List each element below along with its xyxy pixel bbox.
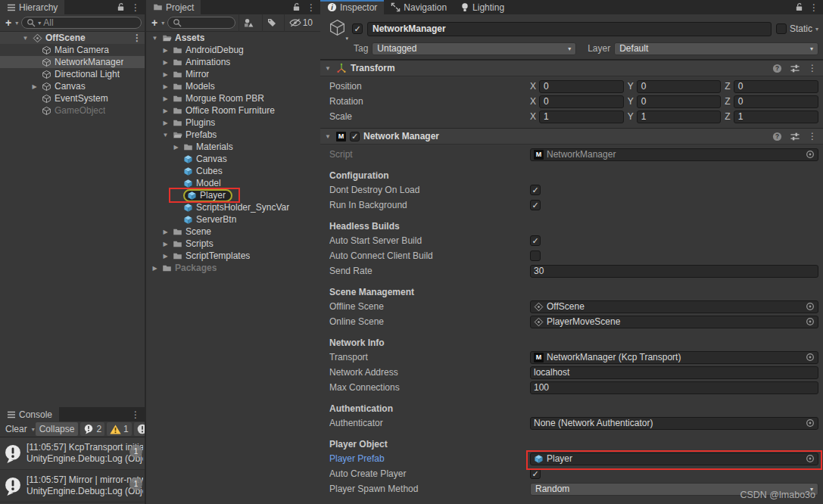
hierarchy-scene-row[interactable]: ▼OffScene⋮ bbox=[0, 32, 145, 44]
project-item-models[interactable]: ▶Models bbox=[146, 80, 320, 92]
project-add-button[interactable]: + bbox=[149, 17, 158, 29]
hierarchy-item-canvas[interactable]: ▶Canvas bbox=[0, 80, 145, 92]
project-item-office-room-furniture[interactable]: ▶Office Room Furniture bbox=[146, 104, 320, 117]
checkbox-run-in-background[interactable]: ✓ bbox=[530, 200, 541, 210]
help-icon[interactable]: ? bbox=[772, 132, 782, 142]
project-item-scriptsholder_syncvar[interactable]: ScriptsHolder_SyncVar bbox=[146, 201, 320, 213]
checkbox-auto-start-server-build[interactable]: ✓ bbox=[530, 235, 541, 246]
checkbox-dont-destroy-on-load[interactable]: ✓ bbox=[530, 185, 541, 195]
vector-field-x[interactable]: 0 bbox=[539, 95, 624, 108]
project-item-scripts[interactable]: ▶Scripts bbox=[146, 238, 320, 250]
foldout-arrow-icon[interactable]: ▼ bbox=[21, 35, 30, 42]
foldout-arrow-icon[interactable]: ▶ bbox=[151, 265, 159, 272]
project-search-input[interactable] bbox=[167, 17, 235, 29]
filter-by-type-button[interactable] bbox=[238, 14, 259, 32]
vector-field-y[interactable]: 1 bbox=[637, 110, 722, 123]
object-picker-icon[interactable] bbox=[806, 317, 815, 326]
foldout-arrow-icon[interactable]: ▶ bbox=[161, 59, 170, 66]
project-item-cubes[interactable]: Cubes bbox=[146, 165, 320, 177]
unlock-icon[interactable] bbox=[117, 2, 125, 12]
console-collapse-button[interactable]: Collapse bbox=[36, 422, 79, 436]
project-item-animations[interactable]: ▶Animations bbox=[146, 56, 320, 68]
foldout-arrow-icon[interactable]: ▶ bbox=[161, 253, 170, 260]
checkbox-auto-connect-client-build[interactable] bbox=[530, 250, 541, 261]
object-field-offline-scene[interactable]: OffScene bbox=[530, 300, 818, 313]
object-picker-icon[interactable] bbox=[806, 454, 815, 463]
object-field-transport[interactable]: MNetworkManager (Kcp Transport) bbox=[530, 351, 818, 364]
tab-hierarchy[interactable]: Hierarchy bbox=[0, 0, 64, 14]
hierarchy-add-button[interactable]: + bbox=[3, 17, 12, 29]
tab-project[interactable]: Project bbox=[146, 0, 201, 14]
checkbox-auto-create-player[interactable]: ✓ bbox=[530, 468, 541, 479]
foldout-arrow-icon[interactable]: ▼ bbox=[151, 35, 159, 42]
hierarchy-item-directional-light[interactable]: Directional Light bbox=[0, 68, 145, 80]
tab-console[interactable]: Console bbox=[0, 407, 59, 422]
transform-header[interactable]: ▼ Transform ? ⋮ bbox=[320, 60, 823, 76]
project-menu-icon[interactable]: ⋮ bbox=[307, 3, 316, 12]
foldout-arrow-icon[interactable]: ▼ bbox=[161, 132, 170, 138]
project-item-materials[interactable]: ▶Materials bbox=[146, 141, 320, 153]
project-item-morgue-room-pbr[interactable]: ▶Morgue Room PBR bbox=[146, 92, 320, 104]
hidden-packages-button[interactable]: 10 bbox=[284, 14, 317, 32]
help-icon[interactable]: ? bbox=[772, 64, 782, 73]
project-item-serverbtn[interactable]: ServerBtn bbox=[146, 213, 320, 226]
filter-by-label-button[interactable] bbox=[262, 14, 281, 32]
vector-field-z[interactable]: 0 bbox=[734, 80, 818, 93]
project-item-model[interactable]: Model bbox=[146, 177, 320, 189]
presets-icon[interactable] bbox=[790, 132, 800, 142]
text-field-max-connections[interactable]: 100 bbox=[530, 381, 818, 394]
vector-field-x[interactable]: 0 bbox=[539, 80, 624, 93]
object-field-authenticator[interactable]: None (Network Authenticator) bbox=[530, 417, 818, 430]
project-item-canvas[interactable]: Canvas bbox=[146, 153, 320, 165]
object-picker-icon[interactable] bbox=[806, 302, 815, 311]
network-manager-header[interactable]: ▼ M ✓ Network Manager ? ⋮ bbox=[320, 128, 823, 145]
hierarchy-item-eventsystem[interactable]: EventSystem bbox=[0, 92, 145, 104]
object-field-player-prefab[interactable]: Player bbox=[530, 453, 818, 465]
foldout-arrow-icon[interactable]: ▶ bbox=[161, 229, 170, 235]
project-item-prefabs[interactable]: ▼Prefabs bbox=[146, 129, 320, 141]
project-item-scripttemplates[interactable]: ▶ScriptTemplates bbox=[146, 250, 320, 262]
foldout-arrow-icon[interactable]: ▶ bbox=[30, 83, 39, 90]
hierarchy-search-input[interactable]: ▾ All bbox=[21, 17, 142, 29]
foldout-arrow-icon[interactable]: ▶ bbox=[161, 241, 170, 247]
gameobject-active-checkbox[interactable]: ✓ bbox=[352, 23, 363, 34]
object-picker-icon[interactable] bbox=[806, 418, 815, 428]
console-log-entry[interactable]: [11:05:57] KcpTransport initiaUnityEngin… bbox=[0, 437, 145, 470]
project-item-packages[interactable]: ▶Packages bbox=[146, 262, 320, 274]
console-clear-button[interactable]: Clear bbox=[2, 422, 31, 436]
vector-field-x[interactable]: 1 bbox=[539, 110, 624, 123]
object-field-online-scene[interactable]: PlayerMoveScene bbox=[530, 316, 818, 328]
static-dropdown-icon[interactable]: ▾ bbox=[815, 26, 818, 33]
foldout-arrow-icon[interactable]: ▶ bbox=[161, 47, 170, 54]
project-item-player[interactable]: Player bbox=[146, 189, 320, 201]
transform-menu-icon[interactable]: ⋮ bbox=[808, 64, 817, 73]
console-error-filter[interactable] bbox=[134, 422, 145, 436]
foldout-arrow-icon[interactable]: ▼ bbox=[325, 133, 332, 140]
inspector-menu-icon[interactable]: ⋮ bbox=[809, 3, 818, 12]
foldout-arrow-icon[interactable]: ▶ bbox=[161, 120, 170, 126]
project-item-androiddebug[interactable]: ▶AndroidDebug bbox=[146, 44, 320, 56]
console-info-filter[interactable]: 2 bbox=[80, 422, 104, 436]
gameobject-name-field[interactable]: NetworkManager bbox=[367, 22, 772, 36]
object-field-script[interactable]: MNetworkManager bbox=[530, 148, 818, 161]
foldout-arrow-icon[interactable]: ▼ bbox=[325, 65, 332, 72]
console-menu-icon[interactable]: ⋮ bbox=[131, 410, 140, 419]
static-checkbox[interactable] bbox=[776, 23, 787, 34]
tab-lighting[interactable]: Lighting bbox=[454, 0, 511, 14]
unlock-icon[interactable] bbox=[292, 2, 301, 12]
hierarchy-menu-icon[interactable]: ⋮ bbox=[131, 3, 140, 12]
search-filter-dropdown-icon[interactable]: ▾ bbox=[38, 20, 41, 26]
console-log-entry[interactable]: [11:05:57] Mirror | mirror-netwUnityEngi… bbox=[0, 470, 145, 502]
unlock-icon[interactable] bbox=[795, 2, 803, 12]
project-item-assets[interactable]: ▼Assets bbox=[146, 32, 320, 44]
network-manager-menu-icon[interactable]: ⋮ bbox=[808, 132, 817, 141]
project-item-plugins[interactable]: ▶Plugins bbox=[146, 117, 320, 129]
presets-icon[interactable] bbox=[790, 64, 800, 73]
text-field-network-address[interactable]: localhost bbox=[530, 366, 818, 379]
hierarchy-item-gameobject[interactable]: GameObject bbox=[0, 104, 145, 117]
layer-dropdown[interactable]: Default▾ bbox=[614, 42, 818, 55]
hierarchy-item-networkmanager[interactable]: NetworkManager bbox=[0, 56, 145, 68]
gameobject-cube-icon[interactable]: ▾ bbox=[326, 18, 348, 39]
network-manager-enabled-checkbox[interactable]: ✓ bbox=[350, 132, 360, 142]
vector-field-y[interactable]: 0 bbox=[637, 95, 722, 108]
